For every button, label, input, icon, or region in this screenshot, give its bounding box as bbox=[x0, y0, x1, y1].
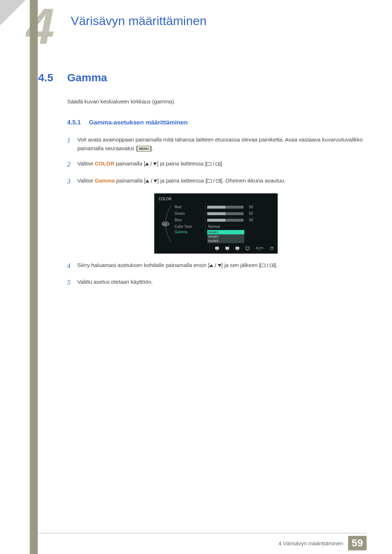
step-text: ]. bbox=[274, 262, 277, 268]
step-list: 1 Voit avata avainoppaan painamalla mitä… bbox=[67, 135, 365, 288]
osd-slider bbox=[207, 219, 244, 222]
svg-point-3 bbox=[167, 222, 168, 223]
section-heading: 4.5 Gamma bbox=[38, 71, 365, 84]
osd-mode-list: Mode1 Mode2 Mode3 bbox=[207, 230, 244, 243]
step-text: ]. bbox=[220, 160, 223, 167]
up-down-icon: / bbox=[145, 160, 157, 168]
section-description: Säädä kuvan keskialueen kirkkaus (gamma)… bbox=[67, 98, 365, 104]
osd-value: Normal bbox=[207, 225, 220, 229]
page-corner-fold bbox=[0, 0, 25, 25]
step-number: 4 bbox=[67, 261, 77, 271]
step-text: painamalla [ bbox=[114, 160, 145, 167]
osd-mode-selected: Mode1 bbox=[207, 230, 244, 234]
step-text: ]. Oheinen ikkuna avautuu. bbox=[221, 177, 285, 184]
keyword-gamma: Gamma bbox=[95, 177, 115, 184]
footer-chapter-title: 4 Värisävyn määrittäminen bbox=[278, 540, 343, 546]
step-text: Siirry haluamasi asetuksen kohdalle pain… bbox=[77, 262, 209, 268]
osd-value: 50 bbox=[244, 212, 254, 216]
osd-label: Green bbox=[175, 212, 204, 216]
osd-enter-icon bbox=[246, 247, 249, 251]
subsection-number: 4.5.1 bbox=[67, 119, 89, 126]
page-number: 59 bbox=[348, 536, 367, 550]
step-text: Valitse bbox=[77, 177, 95, 184]
osd-menu-figure: COLOR Red : bbox=[154, 193, 278, 254]
osd-slider bbox=[207, 206, 244, 209]
step-text: ] ja paina laitteessa [ bbox=[157, 177, 207, 184]
enter-source-icon: / bbox=[207, 160, 220, 168]
step-text: ] ja paina laitteessa [ bbox=[157, 160, 207, 167]
osd-mode: Mode2 bbox=[207, 234, 244, 239]
osd-auto-label: AUTO bbox=[256, 247, 264, 251]
up-down-icon: / bbox=[146, 177, 157, 185]
osd-nav-left-icon: ◂ bbox=[215, 247, 219, 251]
svg-point-1 bbox=[163, 222, 164, 223]
page-footer: 4 Värisävyn määrittäminen 59 bbox=[0, 533, 392, 554]
svg-point-4 bbox=[167, 224, 168, 225]
step-number: 1 bbox=[67, 135, 77, 146]
osd-title: COLOR bbox=[154, 196, 278, 204]
step-4: 4 Siirry haluamasi asetuksen kohdalle pa… bbox=[67, 261, 365, 271]
up-down-icon: / bbox=[209, 261, 221, 270]
osd-row-gamma: Gamma : Mode1 Mode2 Mode3 bbox=[175, 230, 275, 243]
section-number: 4.5 bbox=[38, 71, 67, 84]
step-text: painamalla [ bbox=[115, 177, 146, 184]
osd-row-blue: Blue : 50 bbox=[175, 217, 275, 223]
subsection-heading: 4.5.1 Gamma-asetuksen määrittäminen bbox=[67, 119, 365, 126]
osd-row-red: Red : 50 bbox=[175, 204, 275, 210]
osd-nav-down-icon: ▾ bbox=[225, 247, 229, 251]
step-number: 3 bbox=[67, 176, 77, 187]
menu-button-label: MENU bbox=[137, 146, 151, 152]
step-1: 1 Voit avata avainoppaan painamalla mitä… bbox=[67, 135, 365, 153]
osd-power-icon bbox=[270, 247, 273, 251]
step-5: 5 Valittu asetus otetaan käyttöön. bbox=[67, 278, 365, 288]
step-number: 5 bbox=[67, 278, 77, 288]
subsection-title: Gamma-asetuksen määrittäminen bbox=[89, 119, 188, 126]
step-text: Valitse bbox=[77, 160, 95, 167]
osd-nav-up-icon: ▴ bbox=[236, 247, 239, 251]
side-accent-bar bbox=[30, 0, 38, 554]
step-text: ] ja sen jälkeen [ bbox=[221, 262, 261, 268]
osd-palette-icon bbox=[156, 204, 175, 244]
osd-label: Color Tone bbox=[175, 225, 204, 229]
osd-row-colortone: Color Tone : Normal bbox=[175, 223, 275, 230]
osd-value: 50 bbox=[244, 218, 254, 222]
step-text: Voit avata avainoppaan painamalla mitä t… bbox=[77, 136, 363, 151]
osd-value: 50 bbox=[244, 205, 254, 209]
keyword-color: COLOR bbox=[95, 160, 114, 167]
osd-footer-icons: ◂ ▾ ▴ AUTO bbox=[154, 244, 278, 252]
step-3: 3 Valitse Gamma painamalla [/] ja paina … bbox=[67, 176, 365, 187]
section-title: Gamma bbox=[67, 71, 107, 84]
osd-row-green: Green : 50 bbox=[175, 210, 275, 217]
enter-source-icon: / bbox=[261, 261, 274, 270]
osd-label: Red bbox=[175, 205, 204, 209]
enter-source-icon: / bbox=[207, 177, 221, 185]
osd-mode: Mode3 bbox=[207, 239, 244, 243]
page-title: Värisävyn määrittäminen bbox=[71, 14, 365, 28]
step-text: Valittu asetus otetaan käyttöön. bbox=[77, 279, 153, 285]
step-2: 2 Valitse COLOR painamalla [/] ja paina … bbox=[67, 159, 365, 170]
svg-point-2 bbox=[166, 221, 167, 222]
step-text: ]. bbox=[151, 145, 154, 151]
osd-label-selected: Gamma bbox=[175, 230, 204, 234]
step-number: 2 bbox=[67, 159, 77, 170]
osd-label: Blue bbox=[175, 218, 204, 222]
osd-slider bbox=[207, 212, 244, 215]
